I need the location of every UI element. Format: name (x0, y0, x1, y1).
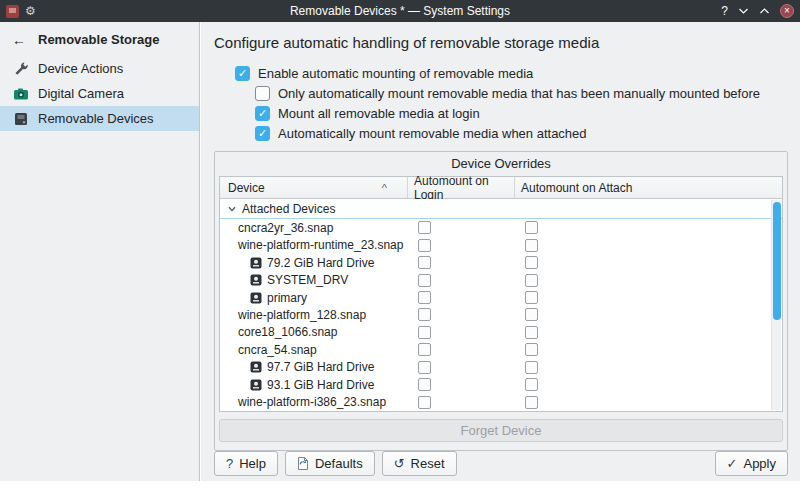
sidebar-header[interactable]: ← Removable Storage (0, 22, 199, 56)
hard-drive-icon (250, 292, 262, 304)
device-name: 79.2 GiB Hard Drive (267, 256, 374, 270)
expander-chevron-icon[interactable] (227, 204, 237, 214)
apply-button[interactable]: ✓ Apply (715, 451, 788, 476)
automount-attach-checkbox[interactable] (525, 291, 538, 304)
device-cell: wine-platform-runtime_23.snap (220, 236, 408, 253)
sidebar-item-device-actions[interactable]: Device Actions (0, 56, 199, 81)
defaults-button[interactable]: Defaults (285, 451, 375, 476)
mount-option-row: Enable automatic mounting of removable m… (235, 63, 788, 83)
automount-attach-checkbox[interactable] (525, 239, 538, 252)
shade-chevron-down-icon[interactable] (738, 7, 749, 15)
scrollbar-thumb[interactable] (773, 202, 781, 320)
device-table: Device ^ Automount on Login Automount on… (219, 176, 783, 412)
sidebar-item-label: Device Actions (38, 61, 123, 76)
automount-attach-checkbox[interactable] (525, 274, 538, 287)
automount-login-cell (408, 271, 515, 288)
device-row[interactable]: wine-platform_128.snap (220, 306, 782, 323)
automount-attach-cell (515, 359, 782, 376)
option-checkbox[interactable] (235, 66, 250, 81)
device-name: wine-platform-i386_23.snap (238, 395, 386, 409)
device-cell: primary (220, 289, 408, 306)
device-row[interactable]: wine-platform-runtime_23.snap (220, 236, 782, 253)
automount-login-checkbox[interactable] (418, 396, 431, 409)
device-row[interactable]: core18_1066.snap (220, 324, 782, 341)
forget-device-button[interactable]: Forget Device (219, 419, 783, 442)
defaults-document-icon (297, 457, 309, 470)
automount-attach-checkbox[interactable] (525, 361, 538, 374)
device-name: 93.1 GiB Hard Drive (267, 378, 374, 392)
sort-ascending-icon: ^ (382, 182, 387, 194)
device-name: wine-platform-runtime_23.snap (238, 238, 403, 252)
back-arrow-icon[interactable]: ← (12, 33, 26, 47)
automount-login-cell (408, 254, 515, 271)
device-cell: 79.2 GiB Hard Drive (220, 254, 408, 271)
device-row[interactable]: cncra_54.snap (220, 341, 782, 358)
sidebar-item-digital-camera[interactable]: Digital Camera (0, 81, 199, 106)
automount-attach-cell (515, 324, 782, 341)
sidebar-item-removable-devices[interactable]: Removable Devices (0, 106, 199, 131)
main-panel: Configure automatic handling of removabl… (201, 22, 800, 481)
automount-login-checkbox[interactable] (418, 378, 431, 391)
device-actions-icon (13, 61, 29, 77)
automount-login-cell (408, 341, 515, 358)
option-checkbox[interactable] (255, 86, 270, 101)
reset-undo-icon: ↺ (394, 457, 405, 470)
automount-attach-cell (515, 271, 782, 288)
sidebar-item-label: Removable Devices (38, 111, 154, 126)
hard-drive-icon (250, 274, 262, 286)
maximize-chevron-up-icon[interactable] (759, 7, 770, 15)
reset-button[interactable]: ↺ Reset (382, 451, 457, 476)
reset-button-label: Reset (411, 456, 445, 471)
help-icon: ? (226, 457, 233, 470)
option-checkbox[interactable] (255, 106, 270, 121)
automount-attach-checkbox[interactable] (525, 326, 538, 339)
automount-login-checkbox[interactable] (418, 361, 431, 374)
settings-gear-icon: ⚙ (25, 5, 36, 17)
app-icon (6, 5, 19, 18)
device-row[interactable]: cncra2yr_36.snap (220, 219, 782, 236)
automount-login-checkbox[interactable] (418, 221, 431, 234)
automount-login-checkbox[interactable] (418, 308, 431, 321)
device-row[interactable]: 79.2 GiB Hard Drive (220, 254, 782, 271)
device-row[interactable]: primary (220, 289, 782, 306)
automount-attach-checkbox[interactable] (525, 221, 538, 234)
automount-login-cell (408, 359, 515, 376)
automount-attach-checkbox[interactable] (525, 378, 538, 391)
hard-drive-icon (250, 257, 262, 269)
help-button-label: Help (239, 456, 266, 471)
automount-login-checkbox[interactable] (418, 274, 431, 287)
option-checkbox[interactable] (255, 126, 270, 141)
automount-login-cell (408, 236, 515, 253)
automount-attach-checkbox[interactable] (525, 256, 538, 269)
help-icon[interactable]: ? (721, 5, 728, 17)
help-button[interactable]: ? Help (214, 451, 278, 476)
automount-attach-cell (515, 219, 782, 236)
defaults-button-label: Defaults (315, 456, 363, 471)
device-cell: cncra_54.snap (220, 341, 408, 358)
column-header-device[interactable]: Device ^ (220, 177, 408, 198)
automount-login-checkbox[interactable] (418, 291, 431, 304)
device-cell: SYSTEM_DRV (220, 271, 408, 288)
automount-login-checkbox[interactable] (418, 256, 431, 269)
automount-login-checkbox[interactable] (418, 239, 431, 252)
automount-attach-checkbox[interactable] (525, 308, 538, 321)
automount-attach-checkbox[interactable] (525, 343, 538, 356)
automount-attach-cell (515, 341, 782, 358)
device-row[interactable]: 97.7 GiB Hard Drive (220, 359, 782, 376)
vertical-scrollbar[interactable] (771, 200, 781, 410)
option-label: Enable automatic mounting of removable m… (258, 66, 533, 81)
device-row[interactable]: SYSTEM_DRV (220, 271, 782, 288)
column-label: Device (228, 181, 265, 195)
automount-login-checkbox[interactable] (418, 343, 431, 356)
window-titlebar: ⚙ Removable Devices * — System Settings … (0, 0, 800, 22)
column-header-automount-login[interactable]: Automount on Login (408, 177, 515, 198)
automount-login-checkbox[interactable] (418, 326, 431, 339)
close-button[interactable]: × (780, 4, 794, 18)
page-title: Configure automatic handling of removabl… (214, 34, 788, 51)
automount-attach-checkbox[interactable] (525, 396, 538, 409)
device-row[interactable]: 93.1 GiB Hard Drive (220, 376, 782, 393)
device-row[interactable]: wine-platform-i386_23.snap (220, 394, 782, 411)
column-header-automount-attach[interactable]: Automount on Attach (515, 177, 782, 198)
device-name: core18_1066.snap (238, 325, 337, 339)
tree-group-attached-devices[interactable]: Attached Devices (220, 199, 782, 219)
